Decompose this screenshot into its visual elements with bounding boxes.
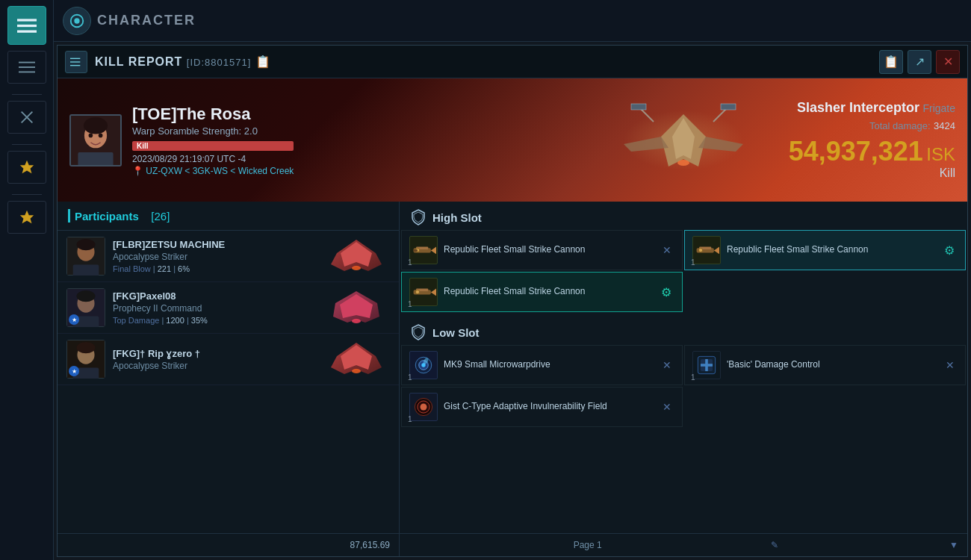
kr-export-button[interactable]: ↗	[908, 50, 931, 74]
fitting-item[interactable]: 'Basic' Damage Control 1 ✕	[684, 345, 966, 385]
fitting-item[interactable]: Republic Fleet Small Strike Cannon 1 ⚙	[401, 272, 683, 312]
page-label: Page 1	[574, 540, 602, 550]
fitting-item-name: Gist C-Type Adaptive Invulnerability Fie…	[444, 401, 654, 413]
svg-rect-34	[73, 265, 99, 276]
sidebar-divider-3	[12, 194, 42, 195]
svg-point-75	[421, 404, 427, 411]
ship-type: Frigate	[922, 102, 955, 114]
fitting-remove-button[interactable]: ✕	[660, 243, 674, 258]
svg-point-11	[74, 18, 79, 23]
participants-count: [26]	[151, 210, 170, 223]
filter-button[interactable]: ▼	[949, 540, 958, 550]
kill-badge: Kill	[132, 141, 294, 151]
fitting-item-icon	[409, 351, 438, 379]
fittings-footer: Page 1 ✎ ▼	[400, 533, 967, 556]
app-frame: CHARACTER KILL REPORT [ID:8801571] 📋 📋 ↗…	[0, 0, 971, 560]
high-slot-icon	[410, 209, 426, 225]
participants-title: Participants	[75, 210, 139, 223]
svg-point-19	[89, 133, 93, 137]
svg-rect-14	[70, 65, 80, 66]
fitting-item-name: Republic Fleet Small Strike Cannon	[444, 286, 652, 298]
fitting-person-icon: ⚙	[658, 284, 674, 301]
fitting-item-icon	[692, 351, 721, 379]
fitting-item-icon	[692, 236, 721, 264]
participant-item[interactable]: ★ [FKG]† Rip ɣzero † Apocalypse Striker	[58, 334, 399, 385]
pilot-avatar	[69, 114, 122, 167]
fitting-item[interactable]: MK9 Small Microwarpdrive 1 ✕	[401, 345, 683, 385]
fittings-spacer	[400, 427, 967, 533]
kr-copy-button[interactable]: 📋	[879, 50, 903, 74]
fitting-item-name: Republic Fleet Small Strike Cannon	[444, 244, 654, 256]
fitting-remove-button[interactable]: ✕	[660, 399, 674, 414]
footer-value: 87,615.69	[350, 540, 390, 550]
fitting-item[interactable]: Gist C-Type Adaptive Invulnerability Fie…	[401, 387, 683, 427]
high-slot-grid: Republic Fleet Small Strike Cannon 1 ✕	[400, 230, 967, 312]
isk-value: 54,937,321	[789, 136, 923, 167]
sidebar-star1-button[interactable]	[7, 151, 46, 184]
low-slot-header: Low Slot	[400, 317, 967, 345]
app-logo	[63, 7, 91, 35]
svg-rect-5	[19, 72, 35, 73]
sidebar-close-button[interactable]	[7, 101, 46, 134]
fitting-item[interactable]: Republic Fleet Small Strike Cannon 1 ✕	[401, 230, 683, 270]
participant-ship: Prophecy II Command	[113, 303, 315, 314]
svg-point-64	[415, 290, 419, 293]
fitting-qty: 1	[408, 300, 412, 308]
participant-info: [FKG]Paxel08 Prophecy II Command Top Dam…	[113, 290, 315, 325]
svg-marker-63	[431, 289, 436, 296]
participant-star-badge: ★	[69, 366, 79, 376]
kr-header: [TOE]The Rosa Warp Soramble Strength: 2.…	[58, 78, 967, 202]
low-slot-icon	[410, 324, 426, 340]
kr-menu-button[interactable]	[65, 51, 87, 73]
participant-ship: Apocalypse Striker	[113, 361, 315, 371]
sidebar-list-button[interactable]	[7, 51, 46, 84]
svg-point-47	[77, 342, 96, 353]
kill-timestamp: 2023/08/29 21:19:07 UTC -4	[132, 154, 294, 164]
participant-item[interactable]: [FLBR]ZETSU MACHINE Apocalypse Striker F…	[58, 231, 399, 282]
svg-rect-1	[17, 25, 37, 27]
participant-info: [FKG]† Rip ɣzero † Apocalypse Striker	[113, 348, 315, 371]
svg-rect-72	[701, 364, 713, 367]
participant-avatar: ★	[66, 340, 105, 379]
fitting-qty: 1	[408, 373, 412, 382]
damage-value: 3424	[934, 120, 955, 131]
participants-header: Participants [26]	[58, 202, 399, 231]
participants-spacer	[58, 385, 399, 533]
page-edit-button[interactable]: ✎	[771, 540, 778, 550]
fitting-person-icon: ⚙	[941, 242, 958, 259]
ship-name: Slasher Interceptor	[797, 100, 919, 115]
participant-item[interactable]: ★ [FKG]Paxel08 Prophecy II Command Top D…	[58, 282, 399, 334]
participants-panel: Participants [26]	[58, 202, 400, 556]
app-title: CHARACTER	[97, 13, 196, 28]
participant-ship-image	[323, 289, 390, 326]
svg-rect-0	[17, 19, 37, 21]
sidebar-star2-button[interactable]	[7, 201, 46, 234]
fitting-remove-button[interactable]: ✕	[943, 358, 958, 373]
fitting-remove-button[interactable]: ✕	[660, 358, 674, 373]
svg-marker-8	[19, 161, 33, 173]
participant-stats: Top Damage | 1200 | 35%	[113, 316, 315, 325]
participants-footer: 87,615.69	[58, 533, 399, 556]
kr-title: KILL REPORT [ID:8801571] 📋	[95, 55, 872, 69]
fitting-qty: 1	[408, 415, 412, 423]
fittings-panel: High Slot	[400, 202, 967, 556]
kr-header-right: Slasher Interceptor Frigate Total damage…	[761, 100, 955, 180]
svg-point-33	[77, 239, 96, 250]
kr-close-button[interactable]: ✕	[936, 50, 960, 74]
sidebar-divider-1	[12, 94, 42, 95]
pilot-warp: Warp Soramble Strength: 2.0	[132, 125, 294, 137]
svg-marker-59	[714, 247, 719, 255]
kill-location[interactable]: 📍 UZ-QXW < 3GK-WS < Wicked Creek	[132, 166, 294, 176]
pilot-name: [TOE]The Rosa	[132, 105, 294, 124]
svg-rect-56	[414, 249, 418, 252]
participant-star-badge: ★	[69, 314, 79, 325]
svg-rect-13	[70, 61, 80, 62]
kr-titlebar: KILL REPORT [ID:8801571] 📋 📋 ↗ ✕	[58, 46, 967, 78]
sidebar-divider-2	[12, 144, 42, 145]
kill-label: Kill	[940, 167, 955, 179]
kill-report-window: KILL REPORT [ID:8801571] 📋 📋 ↗ ✕	[57, 45, 968, 557]
sidebar-menu-button[interactable]	[7, 6, 46, 45]
low-slot-title: Low Slot	[432, 326, 480, 339]
svg-rect-4	[19, 66, 35, 68]
fitting-item[interactable]: Republic Fleet Small Strike Cannon 1 ⚙	[684, 230, 966, 270]
